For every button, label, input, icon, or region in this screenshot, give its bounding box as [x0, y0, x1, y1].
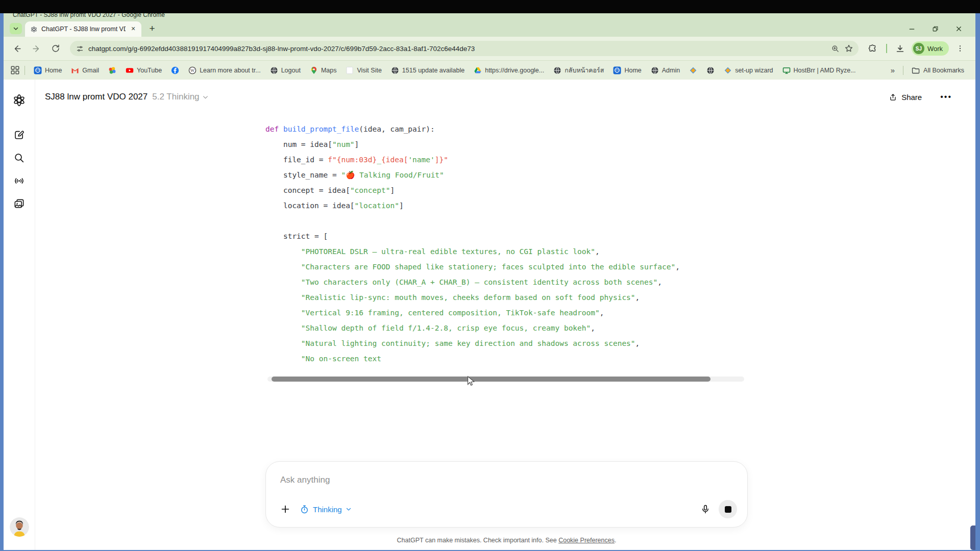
model-selector[interactable]: 5.2 Thinking [152, 92, 208, 102]
composer-input[interactable]: Ask anything [280, 475, 330, 485]
downloads-button[interactable] [892, 40, 909, 57]
tab-search-button[interactable] [10, 23, 22, 34]
voice-mode-button[interactable] [9, 170, 30, 191]
home-app-icon [613, 66, 621, 74]
code-lines: def build_prompt_file(idea, cam_pair): n… [265, 121, 748, 366]
bookmark-star-icon[interactable] [844, 44, 853, 53]
profile-chip[interactable]: SJ Work [912, 41, 949, 56]
bookmark-item[interactable]: Visit Site [342, 64, 385, 77]
bookmark-label: Learn more about tr... [200, 67, 261, 74]
message-composer[interactable]: Ask anything Thinking [265, 461, 748, 528]
forward-button[interactable] [28, 40, 44, 57]
extensions-button[interactable] [865, 40, 881, 57]
chatgpt-favicon-icon [30, 26, 38, 33]
code-line: "No on-screen text [265, 351, 748, 366]
code-line: concept = idea["concept"] [265, 183, 748, 198]
code-line: def build_prompt_file(idea, cam_pair): [265, 121, 748, 137]
minimize-icon [909, 26, 915, 32]
user-avatar-image [10, 517, 29, 537]
bookmark-item[interactable]: HostBrr | AMD Ryze... [779, 64, 860, 77]
conversation-more-button[interactable]: ••• [940, 92, 952, 102]
conversation-title[interactable]: SJ88 lnw promt VDO 2027 [45, 92, 148, 102]
browser-tab[interactable]: ChatGPT - SJ88 lnw promt VDO × [25, 21, 141, 37]
youtube-icon [126, 66, 134, 74]
bookmark-item[interactable]: WLearn more about tr... [185, 64, 264, 77]
voice-icon [13, 175, 25, 187]
window-titlebar: ChatGPT - SJ88 lnw promt VDO 2027 - Goog… [4, 13, 975, 20]
home-app-icon [34, 66, 42, 74]
bookmark-item[interactable] [703, 64, 718, 77]
thinking-label: Thinking [313, 505, 342, 514]
gmail-icon [71, 66, 79, 74]
share-label: Share [901, 93, 922, 102]
user-avatar[interactable] [10, 517, 29, 537]
stop-generating-button[interactable] [719, 500, 737, 518]
bookmark-item[interactable]: Logout [266, 64, 304, 77]
diamond-icon [724, 66, 732, 74]
new-chat-button[interactable] [9, 124, 30, 145]
bookmark-item[interactable] [167, 64, 183, 77]
search-chats-button[interactable] [9, 147, 30, 168]
restore-button[interactable] [923, 22, 947, 35]
all-bookmarks-button[interactable]: All Bookmarks [909, 64, 967, 77]
chevron-down-icon [202, 94, 209, 101]
toolbar-separator [886, 44, 887, 53]
close-window-button[interactable] [947, 22, 970, 35]
apps-grid-icon[interactable] [11, 66, 19, 74]
bookmark-label: กลับหน้าคอร์ส [565, 65, 604, 76]
bookmark-item[interactable]: กลับหน้าคอร์ส [550, 63, 607, 78]
back-button[interactable] [9, 40, 25, 57]
bookmark-label: HostBrr | AMD Ryze... [794, 67, 856, 74]
tab-strip: ChatGPT - SJ88 lnw promt VDO × + [4, 20, 975, 37]
zoom-page-icon[interactable] [831, 44, 840, 53]
bookmark-item[interactable]: Home [30, 64, 65, 77]
library-icon [13, 198, 25, 210]
code-line: "PHOTOREAL DSLR — ultra-real edible text… [265, 244, 748, 259]
browser-menu-button[interactable] [952, 40, 968, 57]
bookmark-item[interactable]: https://drive.google... [470, 64, 548, 77]
reload-icon [51, 44, 60, 53]
bookmark-item[interactable]: Home [609, 64, 645, 77]
bookmark-item[interactable]: YouTube [122, 64, 165, 77]
bookmarks-overflow-button[interactable]: » [888, 66, 898, 74]
chevron-down-icon [13, 26, 19, 32]
share-button[interactable]: Share [884, 90, 927, 105]
bookmark-label: https://drive.google... [485, 67, 544, 74]
page-scrollbar-thumb[interactable] [970, 525, 975, 550]
bookmark-item[interactable]: 1515 update available [387, 64, 468, 77]
chatgpt-logo-icon [12, 93, 26, 107]
url-text[interactable]: chatgpt.com/g/g-6992efdd4038819191740499… [88, 45, 826, 53]
bookmark-item[interactable]: Maps [306, 64, 340, 77]
minimize-button[interactable] [900, 22, 923, 35]
code-horizontal-scrollbar[interactable] [267, 377, 744, 382]
close-icon [955, 26, 962, 32]
reload-button[interactable] [47, 40, 64, 57]
maps-icon [310, 66, 318, 74]
chatgpt-logo[interactable] [9, 90, 30, 110]
dictate-button[interactable] [696, 500, 715, 518]
tune-icon [76, 45, 84, 53]
code-line: strict = [ [265, 229, 748, 244]
bookmark-item[interactable] [685, 64, 701, 77]
new-tab-button[interactable]: + [145, 22, 159, 35]
window-title: ChatGPT - SJ88 lnw promt VDO 2027 - Goog… [13, 13, 165, 18]
cookie-preferences-link[interactable]: Cookie Preferences [558, 537, 615, 544]
code-line: style_name = "🍎 Talking Food/Fruit" [265, 167, 748, 183]
browser-window: ChatGPT - SJ88 lnw promt VDO 2027 - Goog… [4, 13, 975, 550]
bookmarks-separator-2 [903, 66, 903, 75]
bookmark-item[interactable]: set-up wizard [720, 64, 776, 77]
bookmark-item[interactable]: Admin [647, 64, 683, 77]
tab-close-button[interactable]: × [129, 25, 137, 33]
bookmark-item[interactable] [105, 64, 120, 77]
library-button[interactable] [9, 193, 30, 214]
microphone-icon [700, 504, 710, 514]
url-bar[interactable]: chatgpt.com/g/g-6992efdd4038819191740499… [70, 41, 859, 56]
bookmark-item[interactable]: Gmail [67, 64, 103, 77]
globe-icon [651, 66, 659, 74]
bookmark-label: Admin [662, 67, 680, 74]
thinking-mode-selector[interactable]: Thinking [300, 505, 352, 514]
composer-toolbar: Thinking [276, 499, 737, 519]
code-scrollbar-thumb[interactable] [272, 377, 710, 382]
kebab-menu-icon [956, 44, 964, 53]
attach-button[interactable] [276, 500, 295, 518]
